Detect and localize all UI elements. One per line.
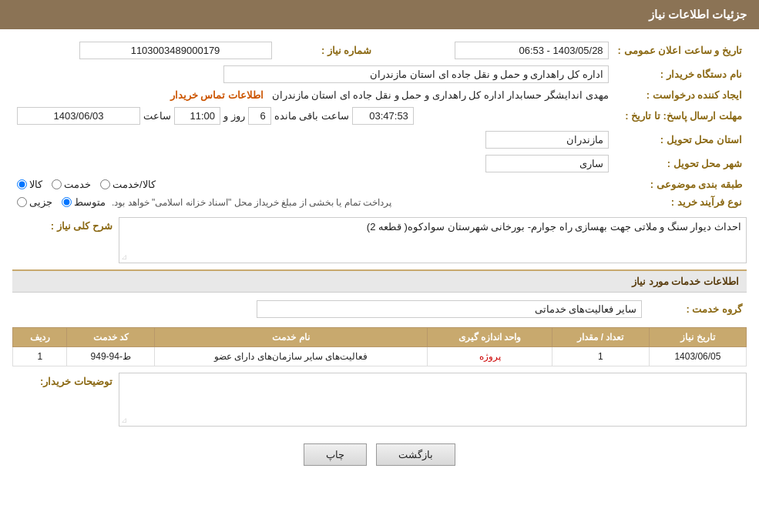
noefar-label: نوع فرآیند خرید : [613, 193, 747, 211]
radio-kala-khadamat: کالا/خدمت [100, 179, 156, 190]
buyer-note-content: ⊿ [119, 373, 747, 427]
ijad-value: مهدی اندایشگر حسابدار اداره کل راهداری و… [272, 89, 609, 101]
tarikh-label: تاریخ و ساعت اعلان عمومی : [613, 38, 747, 62]
radio-khadamat: خدمت [52, 179, 91, 190]
mohlat-baghi-label: ساعت باقی مانده [274, 110, 349, 122]
grohe-value: سایر فعالیت‌های خدماتی [257, 300, 642, 318]
radio-motawaset-input[interactable] [62, 197, 72, 207]
mohlat-row: 03:47:53 ساعت باقی مانده 6 روز و 11:00 س… [17, 107, 609, 125]
info-table: تاریخ و ساعت اعلان عمومی : 1403/05/28 - … [12, 38, 747, 211]
radio-motawaset: متوسط [62, 196, 106, 208]
row-grohe: گروه خدمت : سایر فعالیت‌های خدماتی [12, 297, 747, 321]
grohe-table: گروه خدمت : سایر فعالیت‌های خدماتی [12, 297, 747, 321]
radio-kala-khadamat-input[interactable] [100, 179, 110, 189]
radio-kala-khadamat-label: کالا/خدمت [113, 179, 156, 190]
col-vahed: واحد اندازه گیری [428, 328, 552, 347]
tabaqe-radio-group: کالا/خدمت خدمت کالا [17, 179, 609, 190]
table-header: تاریخ نیاز تعداد / مقدار واحد اندازه گیر… [13, 328, 747, 347]
mohlat-baghi: 03:47:53 [352, 107, 414, 125]
page-title: جزئیات اطلاعات نیاز [649, 8, 747, 21]
col-tedad: تعداد / مقدار [552, 328, 649, 347]
row-ostan: استان محل تحویل : مازندران [12, 128, 747, 152]
mohlat-saat-label: ساعت [143, 110, 171, 122]
tarikh-value: 1403/05/28 - 06:53 [455, 42, 609, 59]
radio-jozii-input[interactable] [17, 197, 27, 207]
mohlat-roz: 6 [248, 107, 271, 125]
noefar-radio-group: متوسط جزیی [17, 196, 106, 208]
row-tabaqe: طبقه بندی موضوعی : کالا/خدمت خدمت کالا [12, 176, 747, 193]
row-ijad: ایجاد کننده درخواست : مهدی اندایشگر حساب… [12, 86, 747, 104]
table-header-row: تاریخ نیاز تعداد / مقدار واحد اندازه گیر… [13, 328, 747, 347]
sharh-koli-row: احداث دیوار سنگ و ملاتی جهت بهسازی راه ج… [12, 217, 747, 263]
radio-kala-input[interactable] [17, 179, 27, 189]
shahr-label: شهر محل تحویل : [613, 152, 747, 176]
table-body: 1403/06/05 1 پروژه فعالیت‌های سایر سازما… [13, 347, 747, 366]
ostan-label: استان محل تحویل : [613, 128, 747, 152]
sharh-koli-value: احداث دیوار سنگ و ملاتی جهت بهسازی راه ج… [367, 221, 741, 233]
noefar-row: پرداخت تمام یا بخشی از مبلغ خریداز محل "… [17, 196, 609, 208]
radio-khadamat-label: خدمت [64, 179, 91, 190]
mohlat-roz-label: روز و [223, 110, 245, 122]
shomare-value: 1103003489000179 [79, 42, 272, 59]
col-tarikh: تاریخ نیاز [649, 328, 746, 347]
cell-kod: ط-94-949 [67, 347, 155, 366]
cell-tarikh: 1403/06/05 [649, 347, 746, 366]
radio-jozii-label: جزیی [29, 196, 52, 208]
khadamat-section-title: اطلاعات خدمات مورد نیاز [12, 269, 747, 293]
cell-nam: فعالیت‌های سایر سازمان‌های دارای عضو [155, 347, 428, 366]
print-button[interactable]: چاپ [304, 443, 367, 466]
row-shahr: شهر محل تحویل : ساری [12, 152, 747, 176]
sharh-koli-label: شرح کلی نیاز : [12, 217, 113, 232]
table-row: 1403/06/05 1 پروژه فعالیت‌های سایر سازما… [13, 347, 747, 366]
namdastgah-value: اداره کل راهداری و حمل و نقل جاده ای است… [223, 65, 609, 83]
row-shomare: تاریخ و ساعت اعلان عمومی : 1403/05/28 - … [12, 38, 747, 62]
cell-radif: 1 [13, 347, 67, 366]
grohe-label: گروه خدمت : [646, 297, 747, 321]
ostan-value: مازندران [485, 131, 609, 149]
namdastgah-label: نام دستگاه خریدار : [613, 62, 747, 86]
col-kod: کد خدمت [67, 328, 155, 347]
col-nam: نام خدمت [155, 328, 428, 347]
radio-motawaset-label: متوسط [74, 196, 106, 208]
radio-kala: کالا [17, 179, 42, 190]
cell-vahed: پروژه [428, 347, 552, 366]
mohlat-label: مهلت ارسال پاسخ: تا تاریخ : [613, 104, 747, 128]
resize-handle[interactable]: ⊿ [121, 253, 127, 261]
mohlat-date: 1403/06/03 [17, 107, 140, 125]
row-noefar: نوع فرآیند خرید : پرداخت تمام یا بخشی از… [12, 193, 747, 211]
button-row: بازگشت چاپ [12, 433, 747, 473]
shomare-label: شماره نیاز : [277, 38, 377, 62]
cell-tedad: 1 [552, 347, 649, 366]
tabaqe-label: طبقه بندی موضوعی : [613, 176, 747, 193]
services-table: تاریخ نیاز تعداد / مقدار واحد اندازه گیر… [12, 327, 747, 366]
radio-jozii: جزیی [17, 196, 52, 208]
row-namdastgah: نام دستگاه خریدار : اداره کل راهداری و ح… [12, 62, 747, 86]
buyer-note-row: ⊿ توضیحات خریدار: [12, 373, 747, 427]
mohlat-saat: 11:00 [174, 107, 220, 125]
col-radif: ردیف [13, 328, 67, 347]
buyer-note-label: توضیحات خریدار: [12, 373, 113, 387]
sharh-koli-content: احداث دیوار سنگ و ملاتی جهت بهسازی راه ج… [119, 217, 747, 263]
ijad-link[interactable]: اطلاعات تماس خریدار [170, 89, 264, 101]
ijad-label: ایجاد کننده درخواست : [613, 86, 747, 104]
shahr-value: ساری [485, 155, 609, 172]
back-button[interactable]: بازگشت [376, 443, 455, 466]
noefar-note: پرداخت تمام یا بخشی از مبلغ خریداز محل "… [112, 197, 391, 208]
resize-handle-note[interactable]: ⊿ [121, 416, 127, 424]
radio-kala-label: کالا [29, 179, 42, 190]
radio-khadamat-input[interactable] [52, 179, 62, 189]
row-mohlat: مهلت ارسال پاسخ: تا تاریخ : 03:47:53 ساع… [12, 104, 747, 128]
page-header: جزئیات اطلاعات نیاز [0, 0, 759, 29]
